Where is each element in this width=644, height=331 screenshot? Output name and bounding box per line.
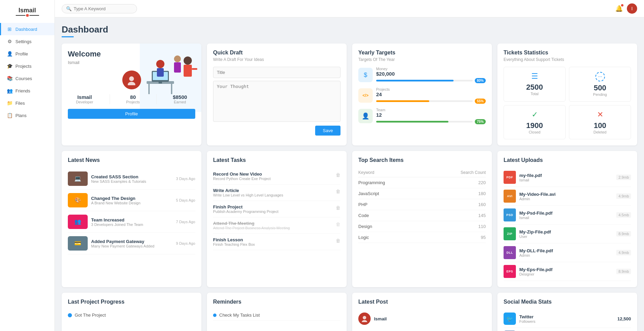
last-project-card: Last Project Progress Got The Project xyxy=(62,293,201,331)
task-desc-4: Attend The Project Business Analysis Mee… xyxy=(213,226,290,230)
upload-user: Designer xyxy=(519,272,613,276)
task-title-3: Finish Project xyxy=(213,204,278,209)
upload-item: DLL My-DLL-File.pdf Admin 4.9mb xyxy=(504,243,631,262)
uploads-list: PDF my-file.pdf Ismail 2.9mb AVI My-Vide… xyxy=(504,168,631,281)
quick-draft-subtitle: Write A Draft For Your Ideas xyxy=(213,57,340,62)
upload-info: My-DLL-File.pdf Admin xyxy=(519,248,613,257)
search-keyword: Programming xyxy=(358,177,424,188)
task-info-3: Finish Project Publish Academy Programmi… xyxy=(213,204,278,214)
team-label: Team xyxy=(376,108,486,112)
earned-label: Earned xyxy=(173,100,187,104)
sidebar-item-label: Settings xyxy=(15,39,32,44)
search-box[interactable]: 🔍 xyxy=(62,4,137,13)
svg-text:💳: 💳 xyxy=(74,240,81,246)
task-info-2: Write Article Write Low Level vs High Le… xyxy=(213,188,283,197)
sidebar-item-label: Projects xyxy=(15,64,32,69)
sidebar-item-settings[interactable]: ⚙ Settings xyxy=(0,35,54,48)
task-item-4: Attend The Meeting Attend The Project Bu… xyxy=(213,217,340,234)
team-icon: 👤 xyxy=(358,109,373,123)
reminders-title: Reminders xyxy=(213,299,340,305)
tickets-deleted: ✕ 100 Deleted xyxy=(569,105,631,139)
project-progress-item: Got The Project xyxy=(68,310,195,320)
sidebar-item-friends[interactable]: 👥 Friends xyxy=(0,85,54,97)
closed-count: 1900 xyxy=(507,121,562,130)
social-name: Twitter xyxy=(519,314,614,319)
profile-button[interactable]: Profile xyxy=(68,109,195,119)
pending-label: Pending xyxy=(573,92,627,97)
sidebar-item-plans[interactable]: 📋 Plans xyxy=(0,109,54,122)
settings-icon: ⚙ xyxy=(7,39,13,44)
topbar: 🔍 🔔 I xyxy=(55,0,644,17)
notif-dot xyxy=(621,4,623,7)
tickets-card: Tickets Statistics Everything About Supp… xyxy=(497,43,637,145)
sidebar-item-files[interactable]: 📁 Files xyxy=(0,97,54,109)
draft-title-input[interactable] xyxy=(213,67,340,78)
target-team: 👤 Team 12 75% xyxy=(358,108,486,124)
svg-text:💻: 💻 xyxy=(74,175,81,182)
task-delete-4[interactable]: 🗑 xyxy=(336,221,340,227)
task-delete-2[interactable]: 🗑 xyxy=(336,189,340,194)
task-delete-3[interactable]: 🗑 xyxy=(336,205,340,211)
task-info-4: Attend The Meeting Attend The Project Bu… xyxy=(213,221,290,230)
col-keyword: Keyword xyxy=(358,168,424,177)
news-img-1: 💻 xyxy=(68,171,88,186)
search-row: JavaScript 180 xyxy=(358,188,486,199)
news-date-2: 5 Days Ago xyxy=(176,198,195,202)
post-avatar-1 xyxy=(358,313,371,325)
post-author: Ismail xyxy=(374,316,387,321)
news-info-4: Added Payment Gateway Many New Payment G… xyxy=(91,239,173,248)
latest-uploads-card: Latest Uploads PDF my-file.pdf Ismail 2.… xyxy=(497,151,637,287)
svg-point-25 xyxy=(362,320,367,322)
top-search-title: Top Search Items xyxy=(358,157,486,163)
sidebar-item-profile[interactable]: 👤 Profile xyxy=(0,48,54,60)
news-title-1: Created SASS Section xyxy=(91,174,173,179)
page-title-underline xyxy=(62,36,74,37)
sidebar-item-courses[interactable]: 📚 Courses xyxy=(0,72,54,85)
upload-user: User xyxy=(519,234,613,239)
closed-label: Closed xyxy=(507,130,562,134)
news-info-1: Created SASS Section New SASS Examples &… xyxy=(91,174,173,183)
upload-name: My-Zip-File.pdf xyxy=(519,229,613,234)
social-label: Followers xyxy=(519,319,614,323)
bottom-row: Last Project Progress Got The Project Re… xyxy=(62,293,637,331)
sidebar-item-dashboard[interactable]: ⊞ Dashboard xyxy=(0,23,54,35)
deleted-label: Deleted xyxy=(573,130,627,134)
social-icon: 🐦 xyxy=(504,313,516,325)
projects-label: Projects xyxy=(126,100,140,104)
money-label: Money xyxy=(376,67,486,71)
social-list: 🐦 Twitter Followers 12,500 f Facebook Li… xyxy=(504,310,631,331)
role-label: Developer xyxy=(76,100,93,104)
page-content: Dashboard Welcome Ismail xyxy=(55,17,644,331)
sidebar-item-projects[interactable]: 🎓 Projects xyxy=(0,60,54,72)
task-delete-1[interactable]: 🗑 xyxy=(336,172,340,178)
projects-icon-box: </> xyxy=(358,88,373,103)
col-count: Search Count xyxy=(424,168,486,177)
target-money: $ Money $20,000 80% xyxy=(358,67,486,83)
task-desc-1: Record Python Create Exe Project xyxy=(213,177,271,181)
money-info: Money $20,000 80% xyxy=(376,67,486,83)
app-logo: Ismail xyxy=(0,3,54,23)
search-input[interactable] xyxy=(74,6,132,11)
draft-thought-textarea[interactable] xyxy=(213,81,340,122)
news-img-2: 🎨 xyxy=(68,193,88,207)
tickets-title: Tickets Statistics xyxy=(504,50,631,56)
user-avatar[interactable]: I xyxy=(627,3,637,14)
news-img-4: 💳 xyxy=(68,236,88,251)
friends-icon: 👥 xyxy=(7,88,13,93)
news-desc-4: Many New Payment Gateways Added xyxy=(91,244,173,248)
save-draft-button[interactable]: Save xyxy=(315,126,340,136)
task-item-3: Finish Project Publish Academy Programmi… xyxy=(213,201,340,217)
social-item: f Facebook Likes 8,300 xyxy=(504,328,631,331)
reminder-item-1: Check My Tasks List xyxy=(213,310,340,321)
news-title-2: Changed The Design xyxy=(91,196,173,201)
task-delete-5[interactable]: 🗑 xyxy=(336,238,340,243)
search-count: 220 xyxy=(424,177,486,188)
news-date-3: 7 Days Ago xyxy=(176,220,195,224)
upload-info: my-file.pdf Ismail xyxy=(519,173,613,182)
notification-bell[interactable]: 🔔 xyxy=(615,5,623,12)
news-date-4: 9 Days Ago xyxy=(176,241,195,245)
upload-user: Ismail xyxy=(519,216,613,220)
sidebar: Ismail ⊞ Dashboard ⚙ Settings 👤 Profile … xyxy=(0,0,55,331)
file-badge: ZIP xyxy=(504,227,516,240)
deleted-count: 100 xyxy=(573,121,627,130)
